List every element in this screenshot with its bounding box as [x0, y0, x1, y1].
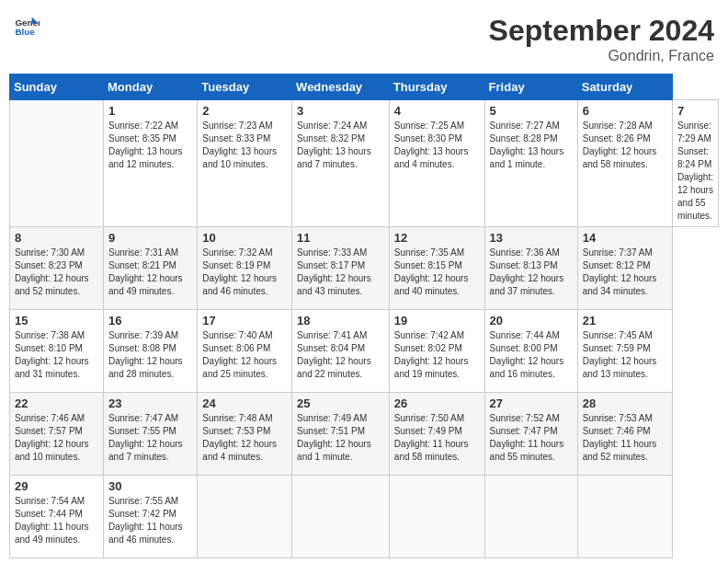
header-friday: Friday [484, 75, 577, 100]
day-info: Sunrise: 7:36 AMSunset: 8:13 PMDaylight:… [490, 247, 564, 296]
cell-0-6: 6 Sunrise: 7:28 AMSunset: 8:26 PMDayligh… [577, 100, 672, 227]
cell-2-3: 18 Sunrise: 7:41 AMSunset: 8:04 PMDaylig… [292, 310, 390, 393]
day-number: 24 [202, 396, 287, 410]
cell-1-4: 12 Sunrise: 7:35 AMSunset: 8:15 PMDaylig… [389, 227, 484, 310]
cell-0-7: 7 Sunrise: 7:29 AMSunset: 8:24 PMDayligh… [673, 100, 719, 227]
day-info: Sunrise: 7:32 AMSunset: 8:19 PMDaylight:… [202, 247, 277, 296]
day-info: Sunrise: 7:45 AMSunset: 7:59 PMDaylight:… [583, 330, 657, 379]
day-info: Sunrise: 7:27 AMSunset: 8:28 PMDaylight:… [490, 121, 564, 169]
logo: General Blue [14, 14, 40, 40]
cell-2-2: 17 Sunrise: 7:40 AMSunset: 8:06 PMDaylig… [198, 310, 292, 393]
svg-text:Blue: Blue [15, 27, 35, 37]
cell-1-0: 8 Sunrise: 7:30 AMSunset: 8:23 PMDayligh… [10, 227, 104, 310]
day-number: 12 [394, 231, 480, 245]
day-number: 26 [394, 396, 480, 410]
day-info: Sunrise: 7:37 AMSunset: 8:12 PMDaylight:… [583, 247, 657, 296]
day-info: Sunrise: 7:38 AMSunset: 8:10 PMDaylight:… [15, 330, 89, 379]
day-info: Sunrise: 7:41 AMSunset: 8:04 PMDaylight:… [297, 330, 371, 379]
day-info: Sunrise: 7:54 AMSunset: 7:44 PMDaylight:… [15, 496, 89, 545]
cell-2-5: 20 Sunrise: 7:44 AMSunset: 8:00 PMDaylig… [484, 310, 577, 393]
day-number: 18 [297, 314, 384, 327]
day-number: 23 [108, 396, 192, 410]
day-number: 13 [490, 231, 573, 245]
day-info: Sunrise: 7:39 AMSunset: 8:08 PMDaylight:… [108, 330, 183, 379]
cell-0-5: 5 Sunrise: 7:27 AMSunset: 8:28 PMDayligh… [484, 100, 577, 227]
day-number: 14 [583, 231, 667, 245]
header-wednesday: Wednesday [292, 75, 390, 100]
day-number: 9 [108, 231, 192, 245]
cell-4-6 [577, 476, 672, 558]
cell-1-3: 11 Sunrise: 7:33 AMSunset: 8:17 PMDaylig… [292, 227, 390, 310]
day-info: Sunrise: 7:29 AMSunset: 8:24 PMDaylight:… [677, 121, 713, 221]
week-row-2: 15 Sunrise: 7:38 AMSunset: 8:10 PMDaylig… [10, 310, 719, 393]
cell-0-4: 4 Sunrise: 7:25 AMSunset: 8:30 PMDayligh… [389, 100, 484, 227]
day-info: Sunrise: 7:46 AMSunset: 7:57 PMDaylight:… [15, 413, 89, 462]
day-number: 7 [677, 104, 713, 118]
cell-3-0: 22 Sunrise: 7:46 AMSunset: 7:57 PMDaylig… [10, 393, 104, 476]
calendar-table: Sunday Monday Tuesday Wednesday Thursday… [9, 74, 719, 558]
day-number: 19 [394, 314, 480, 327]
week-row-3: 22 Sunrise: 7:46 AMSunset: 7:57 PMDaylig… [10, 393, 719, 476]
day-info: Sunrise: 7:33 AMSunset: 8:17 PMDaylight:… [297, 247, 371, 296]
cell-4-5 [484, 476, 577, 558]
day-info: Sunrise: 7:35 AMSunset: 8:15 PMDaylight:… [394, 247, 469, 296]
day-info: Sunrise: 7:24 AMSunset: 8:32 PMDaylight:… [297, 121, 371, 169]
title-area: September 2024 Gondrin, France [489, 14, 714, 64]
header-tuesday: Tuesday [198, 75, 292, 100]
cell-3-3: 25 Sunrise: 7:49 AMSunset: 7:51 PMDaylig… [292, 393, 390, 476]
cell-4-4 [389, 476, 484, 558]
day-number: 21 [583, 314, 667, 327]
day-info: Sunrise: 7:40 AMSunset: 8:06 PMDaylight:… [202, 330, 277, 379]
day-number: 30 [108, 479, 192, 493]
cell-3-6: 28 Sunrise: 7:53 AMSunset: 7:46 PMDaylig… [577, 393, 672, 476]
day-info: Sunrise: 7:47 AMSunset: 7:55 PMDaylight:… [108, 413, 183, 462]
cell-1-6: 14 Sunrise: 7:37 AMSunset: 8:12 PMDaylig… [577, 227, 672, 310]
day-number: 29 [15, 479, 98, 493]
week-row-1: 8 Sunrise: 7:30 AMSunset: 8:23 PMDayligh… [10, 227, 719, 310]
day-info: Sunrise: 7:49 AMSunset: 7:51 PMDaylight:… [297, 413, 371, 462]
day-info: Sunrise: 7:48 AMSunset: 7:53 PMDaylight:… [202, 413, 277, 462]
day-info: Sunrise: 7:31 AMSunset: 8:21 PMDaylight:… [108, 247, 183, 296]
day-info: Sunrise: 7:23 AMSunset: 8:33 PMDaylight:… [202, 121, 277, 169]
week-row-0: 1 Sunrise: 7:22 AMSunset: 8:35 PMDayligh… [10, 100, 719, 227]
day-info: Sunrise: 7:22 AMSunset: 8:35 PMDaylight:… [108, 121, 183, 169]
day-number: 11 [297, 231, 384, 245]
cell-3-2: 24 Sunrise: 7:48 AMSunset: 7:53 PMDaylig… [198, 393, 292, 476]
location-title: Gondrin, France [489, 48, 714, 64]
header-sunday: Sunday [10, 75, 104, 100]
day-number: 25 [297, 396, 384, 410]
cell-0-0 [10, 100, 104, 227]
day-info: Sunrise: 7:30 AMSunset: 8:23 PMDaylight:… [15, 247, 89, 296]
cell-3-5: 27 Sunrise: 7:52 AMSunset: 7:47 PMDaylig… [484, 393, 577, 476]
day-number: 3 [297, 104, 384, 118]
header-monday: Monday [104, 75, 198, 100]
day-info: Sunrise: 7:50 AMSunset: 7:49 PMDaylight:… [394, 413, 469, 462]
day-info: Sunrise: 7:25 AMSunset: 8:30 PMDaylight:… [394, 121, 469, 169]
day-info: Sunrise: 7:42 AMSunset: 8:02 PMDaylight:… [394, 330, 469, 379]
day-number: 28 [583, 396, 667, 410]
cell-0-3: 3 Sunrise: 7:24 AMSunset: 8:32 PMDayligh… [292, 100, 390, 227]
cell-3-4: 26 Sunrise: 7:50 AMSunset: 7:49 PMDaylig… [389, 393, 484, 476]
day-number: 6 [583, 104, 667, 118]
cell-4-2 [198, 476, 292, 558]
cell-0-1: 1 Sunrise: 7:22 AMSunset: 8:35 PMDayligh… [104, 100, 198, 227]
logo-icon: General Blue [14, 14, 40, 40]
month-title: September 2024 [489, 14, 714, 48]
day-number: 4 [394, 104, 480, 118]
cell-4-3 [292, 476, 390, 558]
cell-2-1: 16 Sunrise: 7:39 AMSunset: 8:08 PMDaylig… [104, 310, 198, 393]
day-number: 10 [202, 231, 287, 245]
day-number: 27 [490, 396, 573, 410]
cell-1-1: 9 Sunrise: 7:31 AMSunset: 8:21 PMDayligh… [104, 227, 198, 310]
day-number: 20 [490, 314, 573, 327]
week-row-4: 29 Sunrise: 7:54 AMSunset: 7:44 PMDaylig… [10, 476, 719, 558]
day-number: 8 [15, 231, 98, 245]
cell-2-0: 15 Sunrise: 7:38 AMSunset: 8:10 PMDaylig… [10, 310, 104, 393]
day-info: Sunrise: 7:55 AMSunset: 7:42 PMDaylight:… [108, 496, 183, 545]
day-info: Sunrise: 7:44 AMSunset: 8:00 PMDaylight:… [490, 330, 564, 379]
cell-1-5: 13 Sunrise: 7:36 AMSunset: 8:13 PMDaylig… [484, 227, 577, 310]
page-header: General Blue September 2024 Gondrin, Fra… [9, 9, 719, 64]
cell-2-4: 19 Sunrise: 7:42 AMSunset: 8:02 PMDaylig… [389, 310, 484, 393]
cell-1-2: 10 Sunrise: 7:32 AMSunset: 8:19 PMDaylig… [198, 227, 292, 310]
cell-3-1: 23 Sunrise: 7:47 AMSunset: 7:55 PMDaylig… [104, 393, 198, 476]
